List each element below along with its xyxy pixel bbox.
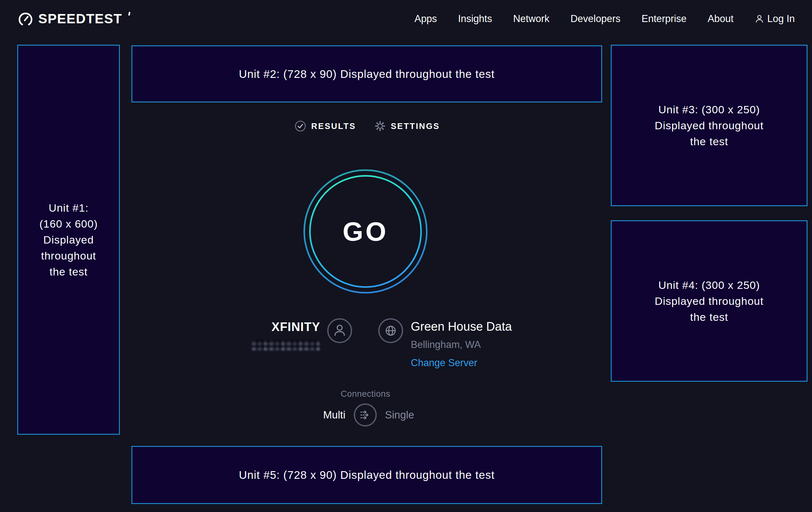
person-icon (333, 323, 346, 338)
go-button[interactable]: GO (302, 168, 429, 295)
person-icon (755, 14, 764, 24)
nav-item-network[interactable]: Network (513, 13, 550, 25)
ad-unit-3-text: Unit #3: (300 x 250) Displayed throughou… (655, 102, 763, 150)
tab-results-label: RESULTS (311, 121, 356, 131)
multi-arrows-icon (358, 408, 372, 422)
connections-label: Connections (341, 389, 390, 399)
ad-unit-1-text: Unit #1: (160 x 600) Displayed throughou… (39, 200, 98, 279)
ad-unit-2-leaderboard[interactable]: Unit #2: (728 x 90) Displayed throughout… (132, 45, 602, 103)
main-nav: Apps Insights Network Developers Enterpr… (414, 13, 795, 25)
ad-unit-1-skyscraper[interactable]: Unit #1: (160 x 600) Displayed throughou… (17, 45, 120, 435)
connections-multi-option[interactable]: Multi (323, 409, 345, 421)
gear-icon (374, 120, 386, 132)
nav-item-insights[interactable]: Insights (458, 13, 492, 25)
connections-toggle-button[interactable] (354, 403, 377, 427)
nav-item-about[interactable]: About (708, 13, 733, 25)
isp-avatar (327, 318, 352, 343)
trademark-mark (128, 12, 130, 16)
ad-unit-3-rectangle[interactable]: Unit #3: (300 x 250) Displayed throughou… (611, 45, 808, 206)
tab-settings-label: SETTINGS (391, 121, 440, 131)
tab-settings[interactable]: SETTINGS (374, 120, 440, 132)
connection-info-row: XFINITY Green House Data Bellingham, WA … (205, 318, 526, 369)
gauge-icon (18, 11, 33, 26)
isp-block: XFINITY (205, 318, 320, 350)
tabs-row: RESULTS SETTINGS (294, 120, 440, 132)
ad-unit-2-text: Unit #2: (728 x 90) Displayed throughout… (239, 66, 495, 82)
login-button[interactable]: Log In (755, 13, 795, 25)
connections-section: Connections Multi Single (317, 389, 414, 427)
redacted-ip-text (252, 340, 320, 350)
server-name: Green House Data (411, 320, 512, 333)
go-label: GO (343, 217, 388, 246)
connections-toggle-row: Multi Single (323, 403, 414, 427)
tab-results[interactable]: RESULTS (294, 120, 356, 132)
ad-unit-4-text: Unit #4: (300 x 250) Displayed throughou… (655, 277, 763, 325)
change-server-link[interactable]: Change Server (411, 357, 477, 369)
server-block: Green House Data Bellingham, WA Change S… (411, 318, 526, 369)
nav-item-apps[interactable]: Apps (414, 13, 437, 25)
logo-wordmark: SPEEDTEST (38, 11, 122, 26)
isp-name: XFINITY (271, 320, 320, 334)
ad-unit-5-leaderboard[interactable]: Unit #5: (728 x 90) Displayed throughout… (132, 446, 602, 504)
login-label: Log In (767, 13, 795, 25)
top-nav-bar: SPEEDTEST Apps Insights Network Develope… (0, 0, 812, 38)
server-avatar (378, 318, 403, 343)
check-circle-icon (294, 120, 307, 132)
connections-single-option[interactable]: Single (385, 409, 414, 421)
ad-unit-5-text: Unit #5: (728 x 90) Displayed throughout… (239, 467, 495, 483)
ad-unit-4-rectangle[interactable]: Unit #4: (300 x 250) Displayed throughou… (611, 220, 808, 382)
nav-item-developers[interactable]: Developers (571, 13, 621, 25)
nav-item-enterprise[interactable]: Enterprise (641, 13, 686, 25)
globe-icon (383, 323, 398, 338)
speedtest-logo[interactable]: SPEEDTEST (18, 11, 130, 26)
server-location: Bellingham, WA (411, 339, 481, 350)
